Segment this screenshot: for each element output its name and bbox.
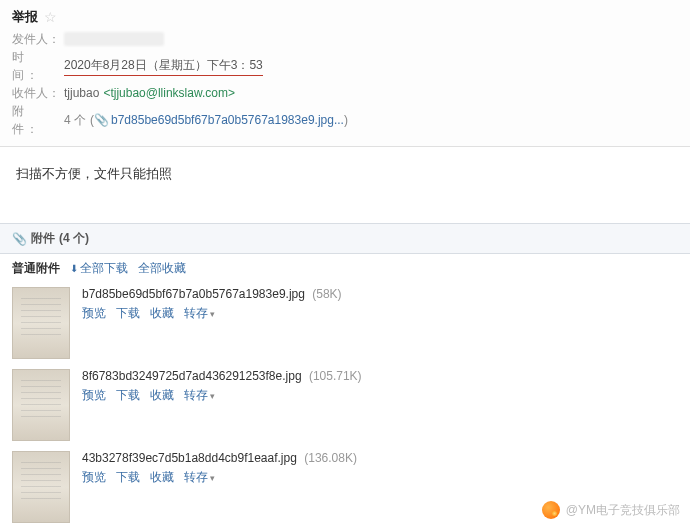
forward-link[interactable]: 转存▾: [184, 305, 215, 322]
preview-link[interactable]: 预览: [82, 387, 106, 404]
attachment-item: 8f6783bd3249725d7ad436291253f8e.jpg (105…: [12, 369, 678, 441]
attachments-toolbar: 普通附件 ⬇全部下载 全部收藏: [0, 254, 690, 283]
attachments-section-header: 📎 附件(4 个): [0, 223, 690, 254]
download-link[interactable]: 下载: [116, 469, 140, 486]
time-label: 时 间：: [12, 48, 60, 84]
paperclip-icon: 📎: [94, 113, 109, 127]
weibo-watermark: @YM电子竞技俱乐部: [542, 501, 680, 519]
email-header: 举报 ☆ 发件人： 时 间： 2020年8月28日（星期五）下午3：53 收件人…: [0, 0, 690, 147]
email-body: 扫描不方便，文件只能拍照: [0, 147, 690, 223]
email-subject: 举报: [12, 8, 38, 26]
download-all-link[interactable]: ⬇全部下载: [70, 260, 128, 277]
save-link[interactable]: 收藏: [150, 469, 174, 486]
star-icon[interactable]: ☆: [44, 9, 57, 25]
sender-value-redacted: [64, 32, 164, 46]
attachment-filename: 8f6783bd3249725d7ad436291253f8e.jpg: [82, 369, 302, 383]
attachment-size: (136.08K): [304, 451, 357, 465]
preview-link[interactable]: 预览: [82, 305, 106, 322]
attach-preview-group: (📎b7d85be69d5bf67b7a0b5767a1983e9.jpg...…: [90, 111, 348, 129]
time-value: 2020年8月28日（星期五）下午3：53: [64, 56, 263, 76]
attachment-size: (58K): [312, 287, 341, 301]
chevron-down-icon: ▾: [210, 391, 215, 401]
save-link[interactable]: 收藏: [150, 305, 174, 322]
save-all-link[interactable]: 全部收藏: [138, 260, 186, 277]
weibo-icon: [542, 501, 560, 519]
save-link[interactable]: 收藏: [150, 387, 174, 404]
attachment-thumbnail[interactable]: [12, 287, 70, 359]
attachment-filename: 43b3278f39ec7d5b1a8dd4cb9f1eaaf.jpg: [82, 451, 297, 465]
attachment-filename: b7d85be69d5bf67b7a0b5767a1983e9.jpg: [82, 287, 305, 301]
body-text: 扫描不方便，文件只能拍照: [16, 166, 172, 181]
attachments-list: b7d85be69d5bf67b7a0b5767a1983e9.jpg (58K…: [0, 283, 690, 527]
attach-count: 4 个: [64, 111, 86, 129]
sender-label: 发件人：: [12, 30, 60, 48]
chevron-down-icon: ▾: [210, 473, 215, 483]
paperclip-icon: 📎: [12, 232, 27, 246]
attachment-item: b7d85be69d5bf67b7a0b5767a1983e9.jpg (58K…: [12, 287, 678, 359]
recipient-email: <tjjubao@llinkslaw.com>: [103, 84, 235, 102]
download-link[interactable]: 下载: [116, 305, 140, 322]
recipient-label: 收件人：: [12, 84, 60, 102]
recipient-name: tjjubao: [64, 84, 99, 102]
watermark-text: @YM电子竞技俱乐部: [566, 502, 680, 519]
attach-label: 附 件：: [12, 102, 60, 138]
attachments-count: (4 个): [59, 230, 89, 247]
preview-link[interactable]: 预览: [82, 469, 106, 486]
attachment-thumbnail[interactable]: [12, 451, 70, 523]
download-icon: ⬇: [70, 263, 78, 274]
download-link[interactable]: 下载: [116, 387, 140, 404]
chevron-down-icon: ▾: [210, 309, 215, 319]
attachment-size: (105.71K): [309, 369, 362, 383]
forward-link[interactable]: 转存▾: [184, 469, 215, 486]
forward-link[interactable]: 转存▾: [184, 387, 215, 404]
attachments-title: 附件: [31, 230, 55, 247]
attach-preview-link[interactable]: b7d85be69d5bf67b7a0b5767a1983e9.jpg...: [111, 113, 344, 127]
attachment-thumbnail[interactable]: [12, 369, 70, 441]
toolbar-label: 普通附件: [12, 260, 60, 277]
